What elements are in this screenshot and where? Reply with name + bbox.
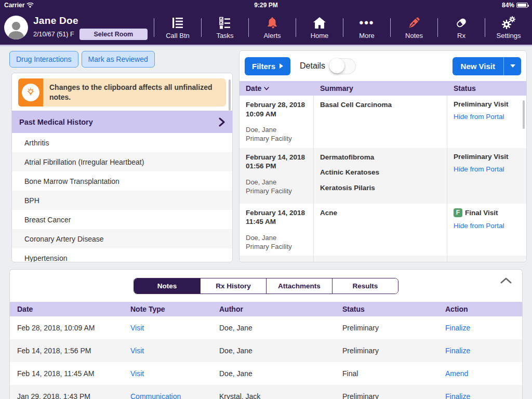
ellipsis-icon: ••• bbox=[359, 16, 374, 30]
visit-status: Preliminary Visit bbox=[454, 100, 520, 108]
note-row: Feb 14, 2018, 1:56 PM Visit Doe, Jane Pr… bbox=[10, 339, 522, 362]
clipboard-panel: Changes to the clipboard affects all unf… bbox=[11, 73, 233, 262]
note-row: Feb 28, 2018, 10:09 AM Visit Doe, Jane P… bbox=[10, 316, 522, 339]
patient-name: Jane Doe bbox=[33, 15, 148, 26]
column-date[interactable]: Date bbox=[17, 305, 130, 313]
nav-settings[interactable]: Settings bbox=[485, 16, 532, 39]
list-item[interactable]: Coronary Artery Disease bbox=[12, 229, 232, 248]
person-icon bbox=[6, 19, 26, 39]
nav-home[interactable]: Home bbox=[296, 16, 343, 39]
left-actions: Drug Interactions Mark as Reviewed bbox=[9, 51, 155, 68]
filters-button[interactable]: Filters bbox=[245, 57, 290, 75]
collapse-panel-button[interactable] bbox=[500, 277, 512, 286]
note-row: Feb 14, 2018, 11:45 AM Visit Doe, Jane F… bbox=[10, 362, 522, 385]
column-author[interactable]: Author bbox=[219, 305, 342, 313]
column-summary[interactable]: Summary bbox=[314, 84, 447, 92]
scrollbar[interactable] bbox=[523, 100, 525, 129]
clipboard-alert: Changes to the clipboard affects all unf… bbox=[18, 78, 226, 107]
hide-from-portal-link[interactable]: Hide from Portal bbox=[454, 222, 520, 230]
nav-alerts[interactable]: Alerts bbox=[249, 16, 296, 39]
notes-table-header: Date Note Type Author Status Action bbox=[10, 302, 522, 316]
amend-link[interactable]: Amend bbox=[445, 369, 515, 378]
chevron-down-icon bbox=[264, 87, 269, 90]
new-visit-dropdown-button[interactable] bbox=[503, 57, 521, 75]
note-type-link[interactable]: Visit bbox=[130, 347, 219, 355]
nav-more[interactable]: ••• More bbox=[343, 16, 390, 39]
condition-list: Arthritis Atrial Fibrillation (Irregular… bbox=[12, 133, 232, 262]
app-header: Jane Doe 2/10/67 (51) F Select Room Call… bbox=[0, 10, 532, 45]
tab-attachments[interactable]: Attachments bbox=[266, 278, 332, 294]
finalize-link[interactable]: Finalize bbox=[445, 392, 515, 399]
battery-icon bbox=[516, 3, 528, 8]
visit-status: F Final Visit bbox=[454, 208, 520, 217]
notes-tab-bar: Notes Rx History Attachments Results bbox=[134, 278, 398, 294]
tab-results[interactable]: Results bbox=[332, 278, 398, 294]
gears-icon bbox=[501, 16, 516, 30]
details-label: Details bbox=[300, 61, 325, 71]
note-row: Jan 29, 2018, 1:43 PM Communication Krys… bbox=[10, 385, 522, 399]
note-type-link[interactable]: Visit bbox=[130, 324, 219, 332]
header-divider bbox=[0, 45, 532, 46]
visit-row[interactable]: February 14, 201811:45 AM Doe, JanePrima… bbox=[240, 204, 526, 256]
visit-row[interactable]: January 15, 201805:12 PM Doe, JanePrimar… bbox=[240, 256, 526, 262]
pill-icon bbox=[455, 16, 468, 30]
column-note-type[interactable]: Note Type bbox=[130, 305, 219, 313]
list-item[interactable]: Hypertension bbox=[12, 248, 232, 262]
list-item[interactable]: Bone Marrow Transplantation bbox=[12, 171, 232, 191]
visits-table-header: Date Summary Status bbox=[240, 81, 526, 96]
nav-call-btn[interactable]: Call Btn bbox=[154, 16, 201, 39]
list-item[interactable]: Atrial Fibrillation (Irregular Heartbeat… bbox=[12, 152, 232, 171]
visit-row[interactable]: February 14, 201801:56 PM Doe, JanePrima… bbox=[240, 148, 526, 204]
finalize-link[interactable]: Finalize bbox=[445, 324, 515, 332]
carrier-label: Carrier bbox=[4, 2, 24, 9]
hide-from-portal-link[interactable]: Hide from Portal bbox=[454, 113, 520, 121]
wifi-icon bbox=[26, 3, 34, 8]
list-item[interactable]: Arthritis bbox=[12, 133, 232, 152]
status-bar: Carrier 9:29 PM 84% bbox=[0, 0, 532, 10]
alert-message: Changes to the clipboard affects all unf… bbox=[43, 78, 226, 107]
list-item[interactable]: BPH bbox=[12, 191, 232, 210]
column-status[interactable]: Status bbox=[342, 305, 445, 313]
column-date[interactable]: Date bbox=[240, 84, 314, 92]
top-nav: Call Btn Tasks bbox=[154, 10, 532, 45]
notes-panel: Notes Rx History Attachments Results Dat… bbox=[9, 269, 523, 399]
note-type-link[interactable]: Visit bbox=[130, 369, 219, 378]
patient-dob: 2/10/67 (51) F bbox=[33, 31, 74, 38]
pen-nib-icon bbox=[407, 16, 421, 30]
drug-interactions-button[interactable]: Drug Interactions bbox=[9, 51, 78, 68]
scrollbar[interactable] bbox=[229, 79, 231, 111]
note-type-link[interactable]: Communication bbox=[130, 392, 219, 399]
nav-notes[interactable]: Notes bbox=[391, 16, 437, 39]
new-visit-button[interactable]: New Visit bbox=[453, 57, 503, 75]
mark-as-reviewed-button[interactable]: Mark as Reviewed bbox=[82, 51, 155, 68]
avatar[interactable] bbox=[4, 16, 28, 39]
app-screen: Carrier 9:29 PM 84% Jane Doe bbox=[0, 0, 532, 399]
chevron-up-icon bbox=[500, 277, 512, 284]
lightbulb-icon bbox=[18, 78, 43, 107]
tab-rx-history[interactable]: Rx History bbox=[200, 278, 266, 294]
battery-percent: 84% bbox=[502, 2, 514, 9]
column-action[interactable]: Action bbox=[445, 305, 515, 313]
details-toggle[interactable] bbox=[329, 58, 356, 74]
chevron-right-icon bbox=[219, 117, 225, 127]
final-visit-icon: F bbox=[454, 208, 462, 217]
home-icon bbox=[313, 16, 326, 30]
hide-from-portal-link[interactable]: Hide from Portal bbox=[454, 165, 520, 173]
visit-status: Preliminary Visit bbox=[454, 153, 520, 161]
visit-status: Preliminary Visit bbox=[454, 260, 520, 262]
triangle-right-icon bbox=[280, 63, 283, 69]
column-status[interactable]: Status bbox=[447, 84, 526, 92]
visit-row[interactable]: February 28, 201810:09 AM Doe, JanePrima… bbox=[240, 96, 526, 148]
call-btn-icon bbox=[171, 16, 184, 30]
nav-tasks[interactable]: Tasks bbox=[202, 16, 248, 39]
visits-panel: Filters Details New Visit Date Sum bbox=[239, 50, 527, 262]
tasks-icon bbox=[218, 16, 232, 30]
list-item[interactable]: Breast Cancer bbox=[12, 210, 232, 229]
nav-rx[interactable]: Rx bbox=[438, 16, 485, 39]
caret-down-icon bbox=[510, 64, 515, 68]
finalize-link[interactable]: Finalize bbox=[445, 347, 515, 355]
select-room-button[interactable]: Select Room bbox=[79, 29, 148, 40]
past-medical-history-header[interactable]: Past Medical History bbox=[12, 111, 232, 133]
tab-notes[interactable]: Notes bbox=[134, 278, 200, 294]
patient-banner: Jane Doe 2/10/67 (51) F Select Room bbox=[0, 15, 154, 40]
